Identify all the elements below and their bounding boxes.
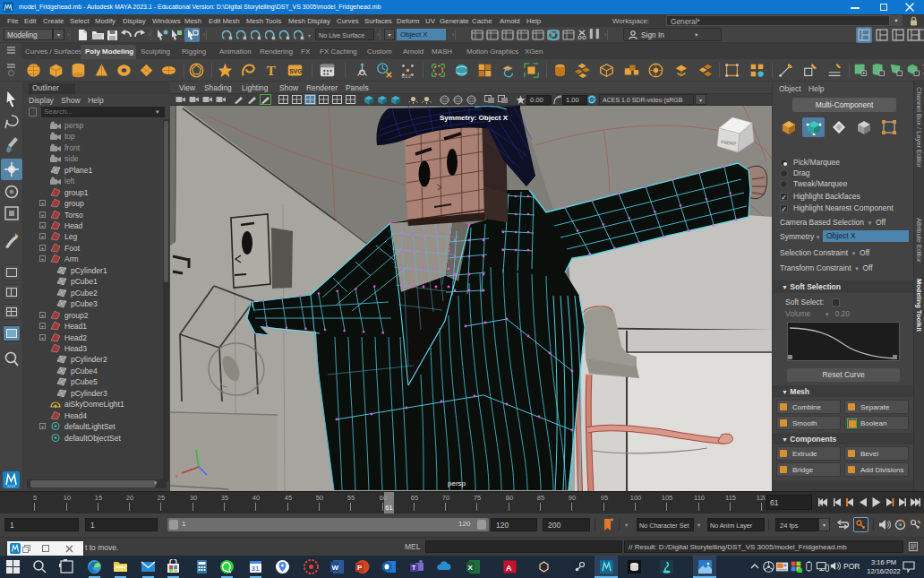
svg-text:T: T [267,63,277,78]
svg-text:A: A [506,564,512,573]
svg-text:X: X [468,564,474,572]
svg-text:2023: 2023 [7,484,16,488]
svg-text:SVG: SVG [289,68,302,74]
svg-text:31: 31 [252,565,260,573]
svg-text:0,0,0: 0,0,0 [402,74,412,79]
svg-text:persp: persp [448,479,466,487]
svg-text:x: x [175,473,178,479]
svg-text:W: W [332,564,339,572]
svg-text:P: P [357,564,363,572]
svg-text:Symmetry: Object X: Symmetry: Object X [440,114,509,122]
svg-text:T: T [412,565,416,571]
